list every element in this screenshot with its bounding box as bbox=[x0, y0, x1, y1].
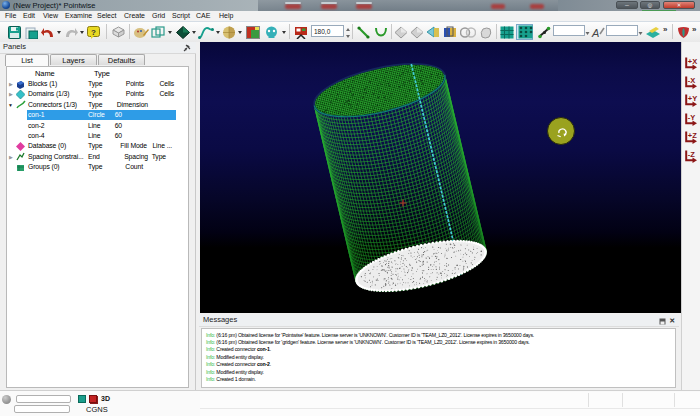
svg-text:+Z: +Z bbox=[688, 132, 697, 141]
svg-text:+X: +X bbox=[688, 57, 697, 66]
svg-text:-X: -X bbox=[688, 76, 696, 85]
svg-text:A: A bbox=[591, 27, 599, 39]
svg-text:?: ? bbox=[91, 28, 96, 37]
svg-text:-Z: -Z bbox=[688, 150, 695, 159]
svg-text:+Y: +Y bbox=[688, 95, 697, 104]
svg-text:-Y: -Y bbox=[688, 113, 696, 122]
